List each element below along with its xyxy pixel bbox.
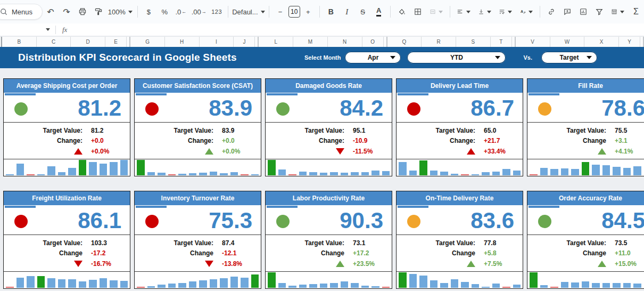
- spark-bar: [502, 169, 510, 175]
- spark-bar: [199, 280, 207, 288]
- link-icon: [547, 7, 556, 17]
- insert-comment-button[interactable]: [561, 4, 574, 19]
- banner-controls: Select Month Apr YTD Vs. Target: [304, 52, 597, 63]
- merge-cells-button[interactable]: [427, 4, 445, 19]
- spark-bar: [89, 162, 97, 175]
- column-header-D[interactable]: D: [71, 37, 105, 47]
- spark-bar: [158, 173, 166, 175]
- column-header-V[interactable]: V: [516, 37, 550, 47]
- minus-icon: −: [278, 8, 283, 16]
- column-header-L[interactable]: L: [259, 37, 293, 47]
- period-dropdown[interactable]: YTD: [407, 52, 506, 63]
- spark-bar: [530, 272, 538, 288]
- column-header-N[interactable]: N: [328, 37, 362, 47]
- insert-link-button[interactable]: [545, 4, 558, 19]
- compare-dropdown[interactable]: Target: [541, 52, 597, 63]
- increase-font-size-button[interactable]: +: [302, 4, 315, 19]
- spark-bar: [582, 281, 590, 288]
- change-value: +11.0: [606, 249, 631, 257]
- spark-bar: [37, 276, 45, 288]
- undo-button[interactable]: ↶: [44, 4, 57, 19]
- horizontal-align-button[interactable]: [455, 4, 472, 19]
- spark-bar: [320, 284, 328, 288]
- kpi-value: 75.3: [159, 209, 252, 232]
- trend-up-arrow-icon: [598, 261, 606, 267]
- decrease-font-size-button[interactable]: −: [274, 4, 287, 19]
- column-header-C[interactable]: C: [37, 37, 71, 47]
- print-button[interactable]: [76, 4, 89, 19]
- kpi-card-title: Average Shipping Cost per Order: [4, 79, 130, 93]
- text-rotation-button[interactable]: A: [517, 4, 535, 19]
- font-select[interactable]: Defaul...: [233, 4, 264, 19]
- text-wrap-button[interactable]: [497, 4, 514, 19]
- change-percent: +4.1%: [606, 148, 633, 155]
- spark-bar: [440, 172, 448, 175]
- redo-button[interactable]: ↷: [60, 4, 73, 19]
- column-header-T[interactable]: T: [491, 37, 512, 47]
- spark-bar: [623, 168, 631, 175]
- column-header-J[interactable]: J: [234, 37, 255, 47]
- search-menus-button[interactable]: Menus: [0, 4, 43, 20]
- change-percent: +0.0%: [213, 148, 240, 155]
- spark-bar: [330, 172, 338, 175]
- borders-button[interactable]: [411, 4, 424, 19]
- zoom-select[interactable]: 100%: [108, 4, 133, 19]
- target-value: 103.3: [82, 239, 107, 247]
- bold-button[interactable]: B: [325, 4, 337, 19]
- column-header-E[interactable]: E: [105, 37, 127, 47]
- spark-bar: [561, 282, 569, 288]
- target-value: 83.9: [213, 127, 234, 134]
- spark-bar: [341, 173, 349, 175]
- column-header-W[interactable]: W: [550, 37, 585, 47]
- column-header-X[interactable]: X: [584, 37, 619, 47]
- column-header-H[interactable]: H: [165, 37, 200, 47]
- toolbar-divider: [319, 6, 320, 18]
- column-header-S[interactable]: S: [456, 37, 491, 47]
- column-header-R[interactable]: R: [422, 37, 456, 47]
- spark-bar: [189, 173, 197, 175]
- kpi-card: Average Shipping Cost per Order81.2Targe…: [3, 78, 130, 176]
- target-label: Target Value:: [266, 239, 344, 247]
- change-value: -17.2: [82, 249, 105, 257]
- chevron-down-icon: [439, 11, 443, 13]
- strikethrough-button[interactable]: S: [357, 4, 369, 19]
- column-header-Y[interactable]: Y: [619, 37, 640, 47]
- spark-bar: [58, 172, 66, 175]
- paint-format-button[interactable]: [92, 4, 105, 19]
- create-filter-button[interactable]: [593, 4, 606, 19]
- column-header-O[interactable]: O: [362, 37, 384, 47]
- toolbar-divider: [540, 6, 540, 18]
- spark-bar: [540, 168, 548, 175]
- column-header-M[interactable]: M: [293, 37, 328, 47]
- spark-bar: [278, 283, 286, 288]
- vertical-align-button[interactable]: [476, 4, 493, 19]
- increase-decimals-button[interactable]: .00→: [191, 4, 207, 19]
- table-views-button[interactable]: [609, 4, 626, 19]
- toolbar-divider: [390, 6, 391, 18]
- number-format-button[interactable]: 123: [210, 4, 223, 19]
- fill-color-button[interactable]: [395, 4, 408, 19]
- kpi-details: Target Value:83.9Change:+0.0+0.0%: [135, 122, 261, 159]
- percent-format-button[interactable]: %: [158, 4, 171, 19]
- spark-bar: [419, 160, 427, 175]
- currency-format-button[interactable]: $: [142, 4, 155, 19]
- decrease-decimals-button[interactable]: .0←: [174, 4, 187, 19]
- kpi-details: Target Value:75.5Change+3.1+4.1%: [527, 122, 644, 159]
- italic-button[interactable]: I: [341, 4, 353, 19]
- column-header-B[interactable]: B: [2, 37, 37, 47]
- font-size-input[interactable]: 10: [288, 6, 300, 18]
- column-header-I[interactable]: I: [200, 37, 234, 47]
- column-header-Q[interactable]: Q: [387, 37, 422, 47]
- kpi-card: On-Time Delivery Rate83.6Target Value:77…: [396, 191, 523, 289]
- merge-cells-icon: [430, 7, 436, 17]
- name-box[interactable]: [0, 28, 55, 31]
- month-dropdown[interactable]: Apr: [345, 52, 401, 63]
- text-color-button[interactable]: A: [373, 4, 385, 19]
- column-header-G[interactable]: G: [130, 37, 165, 47]
- kpi-value: 83.6: [420, 209, 514, 232]
- insert-chart-button[interactable]: [577, 4, 590, 19]
- spark-bar: [168, 284, 176, 288]
- change-value: +3.1: [606, 137, 628, 144]
- target-label: Target Value:: [4, 127, 82, 134]
- functions-button[interactable]: Σ: [630, 4, 642, 19]
